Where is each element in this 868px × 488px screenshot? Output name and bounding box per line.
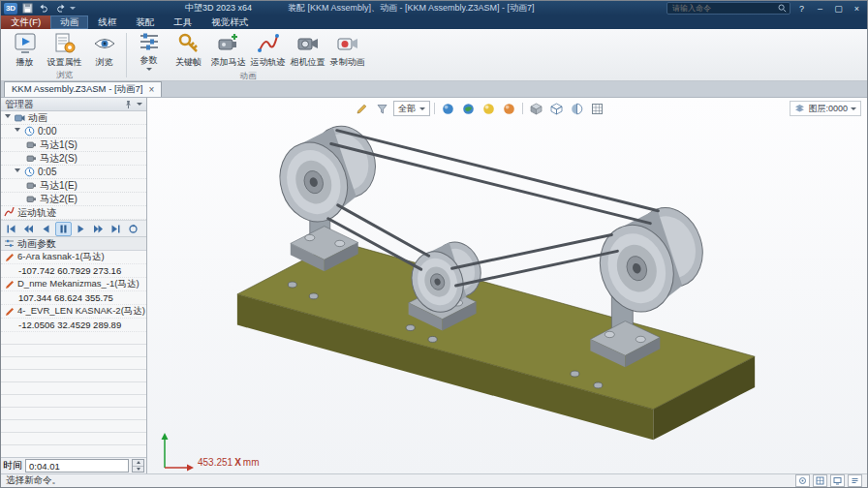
param-item[interactable]: D_nme Mekanizmas_-1(马达) xyxy=(1,278,146,291)
tree-item-motor2-start[interactable]: 马达2(S) xyxy=(1,152,146,166)
coordinate-readout: 453.251Xmm xyxy=(198,457,260,472)
clock-icon xyxy=(24,126,35,137)
add-motor-button[interactable]: 添加马达 xyxy=(208,30,248,71)
step-back-button[interactable] xyxy=(20,222,37,236)
section-view-icon[interactable] xyxy=(568,100,586,117)
play-backward-button[interactable] xyxy=(38,222,54,236)
properties-icon xyxy=(53,32,77,55)
pulley-1[interactable] xyxy=(270,118,385,230)
tab-animation[interactable]: 动画 xyxy=(50,15,88,29)
file-menu-button[interactable]: 文件(F) xyxy=(1,15,50,29)
play-forward-button[interactable] xyxy=(73,222,89,236)
help-button[interactable]: ? xyxy=(794,3,809,15)
go-to-start-button[interactable] xyxy=(3,222,19,236)
app-logo-icon[interactable]: 3D xyxy=(4,3,17,15)
ribbon: 播放 设置属性 浏览 浏览 参数 xyxy=(1,29,867,81)
time-label: 时间 xyxy=(3,459,22,473)
motion-trajectory-button[interactable]: 运动轨迹 xyxy=(248,30,288,71)
trajectory-icon xyxy=(257,32,280,55)
save-icon[interactable] xyxy=(20,3,34,15)
parameters-button[interactable]: 参数 xyxy=(129,30,169,71)
tree-item-motor1-end[interactable]: 马达1(E) xyxy=(1,179,146,193)
material-display-icon[interactable] xyxy=(500,100,518,117)
viewport[interactable]: 全部 图层:0000 xyxy=(147,98,867,473)
time-field[interactable]: 0:04.01 xyxy=(25,459,129,473)
close-button[interactable]: × xyxy=(850,3,864,15)
snap-toggle-icon[interactable] xyxy=(795,474,810,487)
title-bar: 3D 中望3D 2023 x64 装配 [KKM Assembly]、动画 - … xyxy=(1,1,867,15)
expander-icon[interactable] xyxy=(15,128,20,136)
command-search[interactable] xyxy=(666,2,790,15)
grid-status-icon[interactable] xyxy=(813,474,827,487)
expander-icon[interactable] xyxy=(15,168,20,176)
globe-display-icon[interactable] xyxy=(459,100,478,117)
coordinate-triad: 453.251Xmm xyxy=(151,429,260,472)
time-spinner[interactable] xyxy=(132,459,144,473)
minimize-button[interactable]: – xyxy=(813,3,827,15)
tree-item-time-0[interactable]: 0:00 xyxy=(1,125,146,138)
motor-param-icon xyxy=(4,279,15,290)
tab-assembly[interactable]: 装配 xyxy=(126,15,164,29)
param-item[interactable]: 4-_EVR_LEN KASNAK-2(马达) xyxy=(1,305,146,319)
command-search-input[interactable] xyxy=(670,3,775,14)
param-value: 107.344 68.624 355.75 xyxy=(1,291,146,305)
camera-position-button[interactable]: 相机位置 xyxy=(288,30,327,71)
pin-icon[interactable] xyxy=(124,100,133,109)
document-title: 装配 [KKM Assembly]、动画 - [KKM Assembly.Z3A… xyxy=(288,2,534,15)
status-message: 选择新命令。 xyxy=(6,474,61,487)
3d-scene-canvas[interactable] xyxy=(147,98,867,473)
tree-item-motor2-end[interactable]: 马达2(E) xyxy=(1,193,146,206)
keyframe-button[interactable]: 关键帧 xyxy=(169,30,208,71)
trajectory-icon xyxy=(4,207,15,218)
chevron-down-icon xyxy=(851,107,856,110)
ribbon-group-animation: 参数 关键帧 添加马达 运动轨迹 相机位置 xyxy=(129,30,367,80)
redo-icon[interactable] xyxy=(53,3,67,15)
filter-icon[interactable] xyxy=(373,100,391,117)
display-status-icon[interactable] xyxy=(830,474,845,487)
triad-axes-icon xyxy=(151,429,196,472)
set-properties-button[interactable]: 设置属性 xyxy=(45,30,84,70)
spinner-down-icon[interactable] xyxy=(133,467,143,473)
step-forward-button[interactable] xyxy=(90,222,107,236)
play-button[interactable]: 播放 xyxy=(5,30,45,70)
quick-access-caret-icon[interactable] xyxy=(70,7,76,10)
filter-dropdown[interactable]: 全部 xyxy=(393,101,430,116)
tab-wireframe[interactable]: 线框 xyxy=(88,15,126,29)
record-animation-button[interactable]: 录制动画 xyxy=(327,30,367,71)
sketch-edit-icon[interactable] xyxy=(353,100,371,117)
app-title: 中望3D 2023 x64 xyxy=(185,2,252,15)
ribbon-group-label-browse: 浏览 xyxy=(5,70,124,80)
document-tab[interactable]: KKM Assembly.Z3ASM - [动画7] × xyxy=(4,81,162,97)
undo-icon[interactable] xyxy=(37,3,50,15)
pause-button[interactable] xyxy=(55,222,72,236)
go-to-end-button[interactable] xyxy=(108,222,124,236)
tree-item-animation[interactable]: 动画 xyxy=(1,111,146,125)
search-icon xyxy=(778,4,787,13)
wireframe-cube-icon[interactable] xyxy=(547,100,566,117)
loop-button[interactable] xyxy=(125,222,141,236)
render-display-icon[interactable] xyxy=(480,100,498,117)
browse-button[interactable]: 浏览 xyxy=(84,30,124,70)
animation-icon xyxy=(15,112,25,123)
document-tab-close-icon[interactable]: × xyxy=(149,84,155,95)
expander-icon[interactable] xyxy=(5,114,11,122)
tab-tools[interactable]: 工具 xyxy=(164,15,202,29)
maximize-button[interactable]: ▢ xyxy=(831,3,846,15)
key-icon xyxy=(177,32,201,55)
tree-item-motor1-start[interactable]: 马达1(S) xyxy=(1,138,146,152)
pulley-3[interactable] xyxy=(589,199,713,321)
params-icon xyxy=(4,238,15,249)
tab-visual-style[interactable]: 视觉样式 xyxy=(202,15,258,29)
message-log-icon[interactable] xyxy=(848,474,862,487)
grid-toggle-icon[interactable] xyxy=(588,100,606,117)
camera-icon xyxy=(296,32,320,55)
tree-item-motion-path[interactable]: 运动轨迹 xyxy=(1,206,146,220)
shaded-cube-icon[interactable] xyxy=(527,100,545,117)
layer-dropdown[interactable]: 图层:0000 xyxy=(790,101,861,116)
shaded-display-icon[interactable] xyxy=(439,100,457,117)
tree-item-time-5[interactable]: 0:05 xyxy=(1,166,146,179)
record-icon xyxy=(336,32,359,55)
viewport-toolbar: 全部 图层:0000 xyxy=(353,100,861,117)
manager-options-caret-icon[interactable] xyxy=(137,103,142,106)
param-item[interactable]: 6-Ara kasnak-1(马达) xyxy=(1,251,146,264)
